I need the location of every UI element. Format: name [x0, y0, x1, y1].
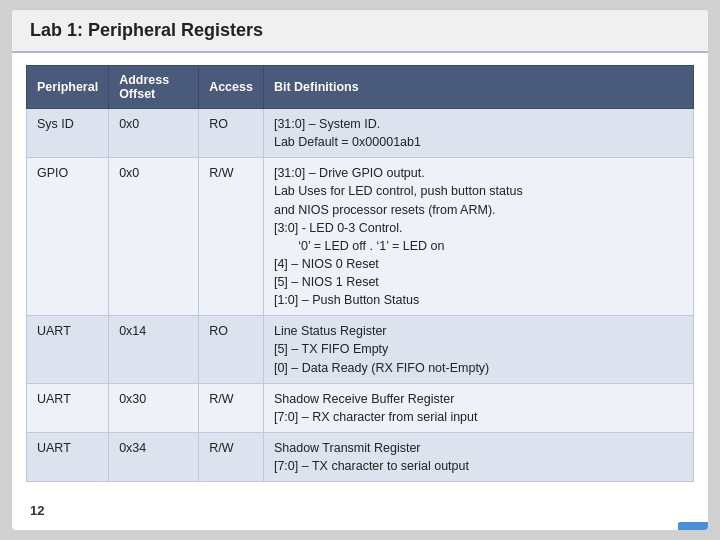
cell-peripheral: GPIO	[27, 158, 109, 316]
cell-access: R/W	[199, 432, 264, 481]
cell-bit-definitions: [31:0] – Drive GPIO output. Lab Uses for…	[263, 158, 693, 316]
cell-address: 0x0	[109, 109, 199, 158]
slide: Lab 1: Peripheral Registers Peripheral A…	[12, 10, 708, 530]
cell-access: R/W	[199, 383, 264, 432]
cell-address: 0x34	[109, 432, 199, 481]
cell-access: RO	[199, 316, 264, 383]
header-address: Address Offset	[109, 66, 199, 109]
cell-bit-definitions: Shadow Transmit Register [7:0] – TX char…	[263, 432, 693, 481]
cell-access: RO	[199, 109, 264, 158]
registers-table: Peripheral Address Offset Access Bit Def…	[26, 65, 694, 482]
header-peripheral: Peripheral	[27, 66, 109, 109]
cell-address: 0x14	[109, 316, 199, 383]
cell-peripheral: UART	[27, 316, 109, 383]
table-header-row: Peripheral Address Offset Access Bit Def…	[27, 66, 694, 109]
table-row: UART0x30R/WShadow Receive Buffer Registe…	[27, 383, 694, 432]
slide-content: Peripheral Address Offset Access Bit Def…	[12, 53, 708, 490]
header-access: Access	[199, 66, 264, 109]
cell-bit-definitions: Shadow Receive Buffer Register [7:0] – R…	[263, 383, 693, 432]
table-row: UART0x14ROLine Status Register [5] – TX …	[27, 316, 694, 383]
cell-peripheral: Sys ID	[27, 109, 109, 158]
cell-bit-definitions: [31:0] – System ID. Lab Default = 0x0000…	[263, 109, 693, 158]
corner-accent	[678, 522, 708, 530]
cell-address: 0x30	[109, 383, 199, 432]
slide-title: Lab 1: Peripheral Registers	[12, 10, 708, 53]
table-row: GPIO0x0R/W[31:0] – Drive GPIO output. La…	[27, 158, 694, 316]
page-wrapper: Lab 1: Peripheral Registers Peripheral A…	[0, 0, 720, 540]
table-row: Sys ID0x0RO[31:0] – System ID. Lab Defau…	[27, 109, 694, 158]
cell-address: 0x0	[109, 158, 199, 316]
table-row: UART0x34R/WShadow Transmit Register [7:0…	[27, 432, 694, 481]
page-number: 12	[30, 503, 44, 518]
header-bit-definitions: Bit Definitions	[263, 66, 693, 109]
cell-peripheral: UART	[27, 432, 109, 481]
cell-bit-definitions: Line Status Register [5] – TX FIFO Empty…	[263, 316, 693, 383]
cell-peripheral: UART	[27, 383, 109, 432]
cell-access: R/W	[199, 158, 264, 316]
